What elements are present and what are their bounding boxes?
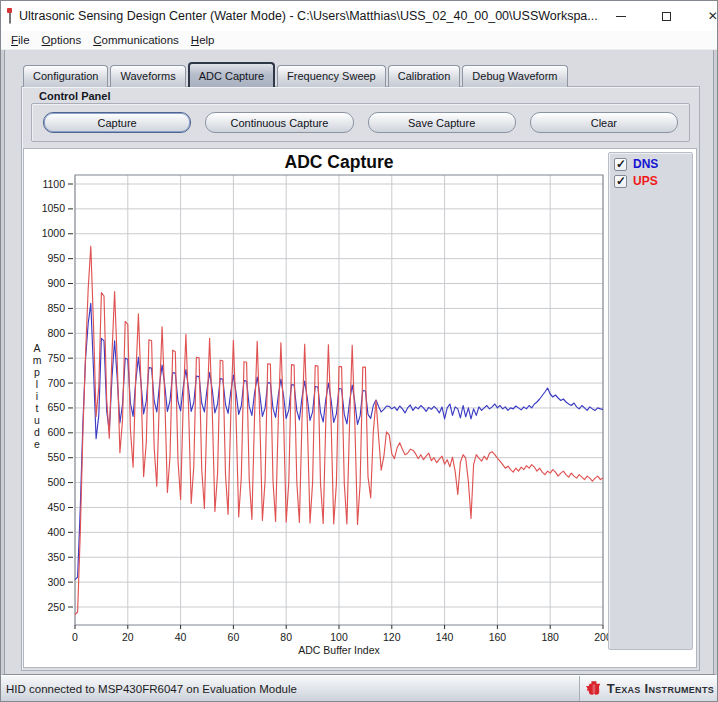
maximize-icon — [662, 12, 671, 21]
svg-text:80: 80 — [280, 631, 292, 643]
adc-capture-panel: Control Panel Capture Continuous Capture… — [21, 86, 700, 671]
svg-text:1050: 1050 — [42, 202, 66, 214]
svg-text:850: 850 — [47, 302, 65, 314]
maximize-button[interactable] — [644, 1, 690, 31]
svg-text:800: 800 — [47, 327, 65, 339]
svg-text:100: 100 — [330, 631, 348, 643]
tab-waveforms[interactable]: Waveforms — [110, 65, 185, 87]
svg-text:180: 180 — [541, 631, 559, 643]
svg-text:t: t — [36, 402, 39, 414]
close-icon: ✕ — [708, 10, 718, 22]
svg-text:1100: 1100 — [42, 178, 65, 190]
save-capture-button[interactable]: Save Capture — [368, 112, 516, 133]
chart-legend: DNS UPS — [608, 152, 693, 650]
minimize-button[interactable] — [598, 1, 644, 31]
svg-text:300: 300 — [47, 576, 65, 588]
svg-text:40: 40 — [175, 631, 187, 643]
svg-text:m: m — [33, 354, 42, 366]
legend-item-dns: DNS — [614, 157, 687, 171]
app-window: Ultrasonic Sensing Design Center (Water … — [0, 0, 718, 702]
svg-text:i: i — [36, 390, 38, 402]
app-icon — [9, 9, 11, 24]
ups-checkbox[interactable] — [614, 175, 627, 188]
svg-text:550: 550 — [47, 451, 65, 463]
window-controls: ✕ — [598, 1, 718, 31]
brand-name: Texas Instruments — [607, 681, 714, 696]
chart-panel: 2503003504004505005506006507007508008509… — [23, 148, 697, 668]
svg-text:120: 120 — [383, 631, 401, 643]
menu-file[interactable]: File — [5, 32, 36, 48]
svg-text:l: l — [36, 378, 38, 390]
svg-text:60: 60 — [228, 631, 240, 643]
svg-text:e: e — [34, 438, 40, 450]
legend-item-ups: UPS — [614, 174, 687, 188]
ups-label: UPS — [633, 174, 658, 188]
tab-debug-waveform[interactable]: Debug Waveform — [462, 65, 567, 87]
control-panel-group: Capture Continuous Capture Save Capture … — [31, 103, 690, 142]
svg-text:ADC Capture: ADC Capture — [285, 152, 394, 172]
capture-button[interactable]: Capture — [43, 112, 191, 133]
tab-strip: Configuration Waveforms ADC Capture Freq… — [23, 62, 570, 87]
svg-text:0: 0 — [72, 631, 78, 643]
svg-text:A: A — [33, 342, 40, 354]
svg-text:450: 450 — [47, 501, 65, 513]
connection-status: HID connected to MSP430FR6047 on Evaluat… — [6, 683, 297, 695]
menu-help[interactable]: Help — [185, 32, 221, 48]
close-button[interactable]: ✕ — [690, 1, 718, 31]
svg-text:600: 600 — [47, 426, 65, 438]
svg-text:750: 750 — [47, 352, 65, 364]
ti-bug-icon — [585, 680, 603, 698]
svg-text:650: 650 — [47, 401, 65, 413]
svg-text:700: 700 — [47, 377, 65, 389]
menu-communications[interactable]: Communications — [87, 32, 185, 48]
svg-text:250: 250 — [47, 601, 65, 613]
title-bar: Ultrasonic Sensing Design Center (Water … — [1, 1, 717, 31]
minimize-icon — [616, 16, 626, 17]
status-bar: HID connected to MSP430FR6047 on Evaluat… — [1, 675, 717, 701]
brand-area: Texas Instruments — [579, 676, 717, 701]
tab-frequency-sweep[interactable]: Frequency Sweep — [277, 65, 386, 87]
control-panel-title: Control Panel — [39, 90, 111, 102]
svg-text:140: 140 — [436, 631, 454, 643]
svg-text:900: 900 — [47, 277, 65, 289]
svg-text:350: 350 — [47, 551, 65, 563]
clear-button[interactable]: Clear — [530, 112, 678, 133]
svg-text:950: 950 — [47, 252, 65, 264]
svg-text:160: 160 — [489, 631, 507, 643]
dns-checkbox[interactable] — [614, 158, 627, 171]
svg-text:u: u — [34, 414, 40, 426]
menu-bar: File Options Communications Help — [1, 31, 717, 50]
tab-configuration[interactable]: Configuration — [23, 65, 108, 87]
svg-text:d: d — [34, 426, 40, 438]
menu-options[interactable]: Options — [36, 32, 88, 48]
svg-text:20: 20 — [122, 631, 134, 643]
tab-calibration[interactable]: Calibration — [388, 65, 461, 87]
dns-label: DNS — [633, 157, 658, 171]
svg-text:1000: 1000 — [42, 227, 66, 239]
window-title: Ultrasonic Sensing Design Center (Water … — [19, 9, 598, 23]
tab-adc-capture[interactable]: ADC Capture — [188, 62, 275, 87]
continuous-capture-button[interactable]: Continuous Capture — [205, 112, 353, 133]
adc-chart-svg: 2503003504004505005506006507007508008509… — [24, 149, 616, 671]
svg-text:500: 500 — [47, 476, 65, 488]
main-area: Configuration Waveforms ADC Capture Freq… — [1, 50, 717, 675]
svg-text:p: p — [34, 366, 40, 378]
svg-text:ADC Buffer Index: ADC Buffer Index — [298, 644, 380, 656]
svg-text:400: 400 — [47, 526, 65, 538]
